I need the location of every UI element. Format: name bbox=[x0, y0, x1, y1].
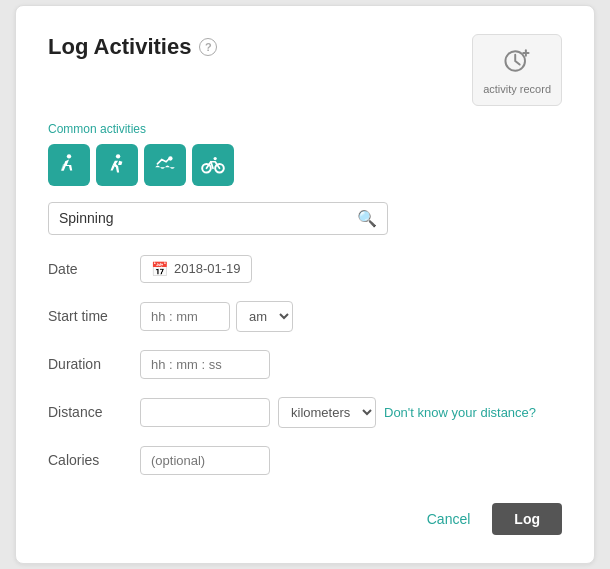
time-inputs: am pm bbox=[140, 301, 293, 332]
search-icon: 🔍 bbox=[357, 209, 377, 228]
duration-label: Duration bbox=[48, 356, 128, 372]
svg-point-4 bbox=[116, 154, 120, 158]
svg-point-8 bbox=[214, 156, 217, 159]
distance-row: Distance kilometers miles Don't know you… bbox=[48, 397, 562, 428]
run-icon-button[interactable] bbox=[96, 144, 138, 186]
footer-row: Cancel Log bbox=[48, 503, 562, 535]
start-time-row: Start time am pm bbox=[48, 301, 562, 332]
calendar-icon: 📅 bbox=[151, 261, 168, 277]
form-section: Date 📅 2018-01-19 Start time am pm Durat… bbox=[48, 255, 562, 475]
log-button[interactable]: Log bbox=[492, 503, 562, 535]
common-activities-label: Common activities bbox=[48, 122, 562, 136]
unit-select[interactable]: kilometers miles bbox=[278, 397, 376, 428]
header-row: Log Activities ? activity record bbox=[48, 34, 562, 105]
walk-icon-button[interactable] bbox=[48, 144, 90, 186]
calories-label: Calories bbox=[48, 452, 128, 468]
ampm-select[interactable]: am pm bbox=[236, 301, 293, 332]
start-time-label: Start time bbox=[48, 308, 128, 324]
calories-row: Calories bbox=[48, 446, 562, 475]
duration-row: Duration bbox=[48, 350, 562, 379]
date-picker[interactable]: 📅 2018-01-19 bbox=[140, 255, 252, 283]
search-input[interactable] bbox=[59, 210, 351, 226]
activity-record-label: activity record bbox=[483, 83, 551, 96]
distance-inputs: kilometers miles Don't know your distanc… bbox=[140, 397, 536, 428]
log-activities-card: Log Activities ? activity record Common … bbox=[15, 5, 595, 563]
date-label: Date bbox=[48, 261, 128, 277]
help-icon[interactable]: ? bbox=[199, 38, 217, 56]
swim-icon-button[interactable] bbox=[144, 144, 186, 186]
search-box: 🔍 bbox=[48, 202, 388, 235]
distance-input[interactable] bbox=[140, 398, 270, 427]
title-area: Log Activities ? bbox=[48, 34, 217, 60]
calories-input[interactable] bbox=[140, 446, 270, 475]
activity-record-icon bbox=[499, 43, 535, 79]
distance-label: Distance bbox=[48, 404, 128, 420]
cancel-button[interactable]: Cancel bbox=[417, 505, 481, 533]
date-value: 2018-01-19 bbox=[174, 261, 241, 276]
activity-record-button[interactable]: activity record bbox=[472, 34, 562, 105]
distance-help-link[interactable]: Don't know your distance? bbox=[384, 405, 536, 420]
cycle-icon-button[interactable] bbox=[192, 144, 234, 186]
page-title: Log Activities bbox=[48, 34, 191, 60]
start-time-input[interactable] bbox=[140, 302, 230, 331]
svg-point-3 bbox=[67, 154, 71, 158]
duration-input[interactable] bbox=[140, 350, 270, 379]
activity-icons bbox=[48, 144, 562, 186]
date-row: Date 📅 2018-01-19 bbox=[48, 255, 562, 283]
search-row: 🔍 bbox=[48, 202, 562, 235]
